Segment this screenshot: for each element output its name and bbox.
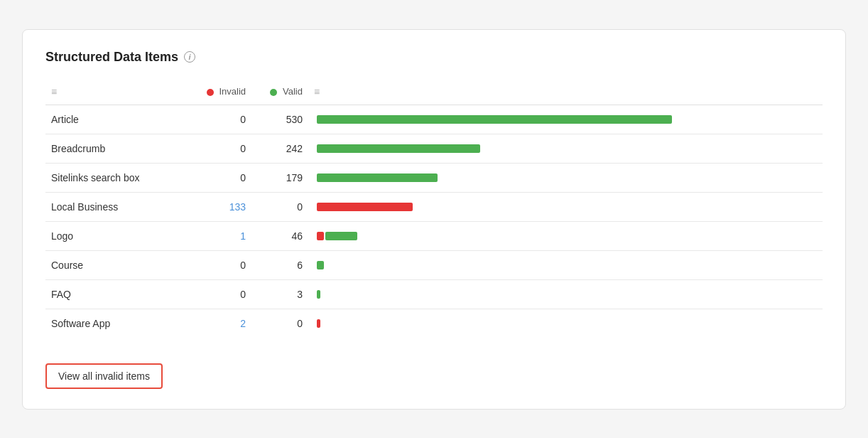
bar-container — [317, 289, 817, 299]
row-name: Breadcrumb — [45, 134, 188, 163]
table-row: Local Business1330 — [45, 192, 823, 221]
row-name: Software App — [45, 309, 188, 338]
row-valid-count: 3 — [251, 279, 308, 309]
col-header-valid: Valid — [251, 79, 308, 105]
row-invalid-count: 0 — [188, 163, 251, 192]
filter-icon-right[interactable]: ≡ — [314, 86, 320, 97]
table-row: Sitelinks search box0179 — [45, 163, 823, 192]
row-name: Sitelinks search box — [45, 163, 188, 192]
row-invalid-count[interactable]: 2 — [188, 309, 251, 338]
row-valid-count: 530 — [251, 105, 308, 134]
card-footer: View all invalid items — [45, 352, 823, 389]
row-bar — [308, 221, 823, 250]
bar-container — [317, 231, 817, 241]
row-invalid-count: 0 — [188, 250, 251, 279]
row-bar — [308, 309, 823, 338]
row-invalid-count: 0 — [188, 105, 251, 134]
bar-green — [317, 144, 480, 153]
structured-data-card: Structured Data Items i ≡ Invalid Valid … — [22, 29, 846, 410]
bar-container — [317, 202, 817, 212]
bar-container — [317, 173, 817, 183]
bar-container — [317, 319, 817, 328]
bar-green — [317, 173, 438, 182]
bar-red — [317, 203, 413, 211]
table-row: Course06 — [45, 250, 823, 279]
row-name: Course — [45, 250, 188, 279]
bar-green — [317, 261, 324, 269]
info-icon[interactable]: i — [184, 51, 195, 63]
row-invalid-count[interactable]: 1 — [188, 221, 251, 250]
row-invalid-count: 0 — [188, 279, 251, 309]
invalid-legend-dot — [207, 89, 214, 96]
bar-red — [317, 319, 320, 328]
view-all-invalid-button[interactable]: View all invalid items — [45, 363, 163, 389]
row-name: Article — [45, 105, 188, 134]
row-name: FAQ — [45, 279, 188, 309]
row-invalid-count[interactable]: 133 — [188, 192, 251, 221]
bar-container — [317, 114, 817, 124]
row-valid-count: 179 — [251, 163, 308, 192]
row-invalid-count: 0 — [188, 134, 251, 163]
bar-green — [317, 290, 320, 299]
bar-container — [317, 260, 817, 270]
row-bar — [308, 192, 823, 221]
card-title-text: Structured Data Items — [45, 50, 178, 65]
valid-legend-dot — [270, 89, 277, 96]
table-row: Article0530 — [45, 105, 823, 134]
row-bar — [308, 250, 823, 279]
col-header-bar: ≡ — [308, 79, 823, 105]
row-valid-count: 242 — [251, 134, 308, 163]
card-title: Structured Data Items i — [45, 50, 823, 65]
row-bar — [308, 163, 823, 192]
row-valid-count: 0 — [251, 309, 308, 338]
col-header-name: ≡ — [45, 79, 188, 105]
table-row: Breadcrumb0242 — [45, 134, 823, 163]
row-valid-count: 6 — [251, 250, 308, 279]
row-name: Logo — [45, 221, 188, 250]
bar-container — [317, 144, 817, 154]
filter-icon-left[interactable]: ≡ — [51, 86, 57, 97]
col-header-invalid: Invalid — [188, 79, 251, 105]
bar-green — [325, 232, 357, 240]
table-row: Software App20 — [45, 309, 823, 338]
row-name: Local Business — [45, 192, 188, 221]
bar-red — [317, 232, 324, 240]
structured-data-table: ≡ Invalid Valid ≡ Article0530Breadcrumb0… — [45, 79, 823, 338]
row-bar — [308, 279, 823, 309]
row-valid-count: 46 — [251, 221, 308, 250]
table-row: FAQ03 — [45, 279, 823, 309]
row-valid-count: 0 — [251, 192, 308, 221]
table-row: Logo146 — [45, 221, 823, 250]
row-bar — [308, 134, 823, 163]
bar-green — [317, 115, 672, 124]
row-bar — [308, 105, 823, 134]
